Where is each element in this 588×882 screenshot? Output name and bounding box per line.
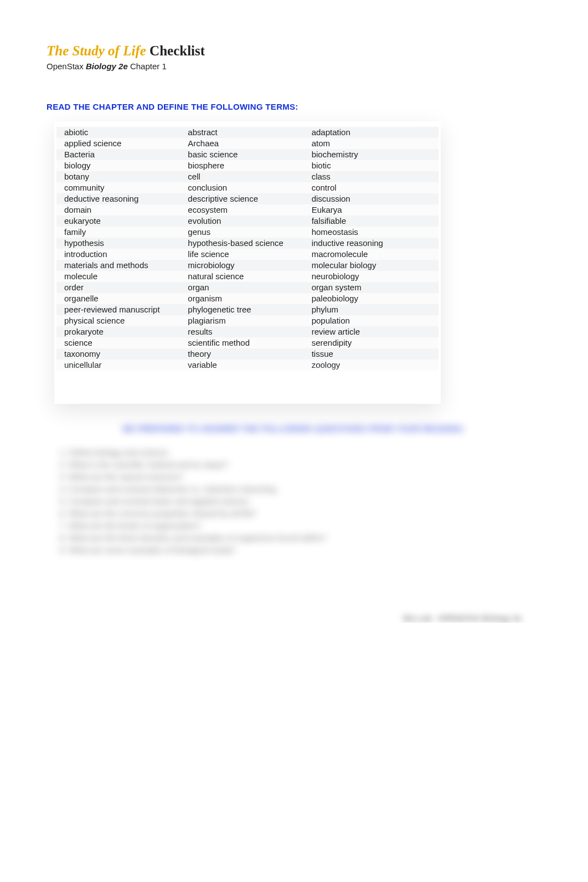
term-cell: taxonomy <box>62 348 185 360</box>
term-cell: neurobiology <box>310 271 433 282</box>
term-cell: prokaryote <box>62 326 185 337</box>
term-cell: scientific method <box>185 337 309 348</box>
question-item: Define biology and science. <box>69 447 541 459</box>
subtitle-emphasis: Biology 2e <box>86 61 128 71</box>
term-cell: class <box>310 171 433 182</box>
term-cell: domain <box>62 204 185 216</box>
terms-row: domainecosystemEukarya <box>56 204 439 216</box>
title-plain: Checklist <box>146 43 205 58</box>
section-heading-terms: READ THE CHAPTER AND DEFINE THE FOLLOWIN… <box>47 102 541 111</box>
term-cell: phylogenetic tree <box>185 304 309 315</box>
term-cell: applied science <box>62 138 185 149</box>
term-cell: paleobiology <box>310 293 433 304</box>
terms-row: taxonomytheorytissue <box>56 348 439 360</box>
term-cell: physical science <box>62 315 185 326</box>
term-cell: order <box>62 282 185 293</box>
footer-credit: Bio Lab · OPENSTAX Biology 2e <box>403 614 522 623</box>
term-cell: population <box>310 315 433 326</box>
term-cell: abstract <box>185 127 309 138</box>
term-cell: botany <box>62 171 185 182</box>
terms-row: familygenushomeostasis <box>56 227 439 238</box>
term-cell: macromolecule <box>310 249 433 260</box>
term-cell: homeostasis <box>310 227 433 238</box>
question-item: Compare and contrast basic and applied s… <box>69 495 541 507</box>
term-cell: family <box>62 227 185 238</box>
page-subtitle: OpenStax Biology 2e Chapter 1 <box>47 61 541 71</box>
term-cell: discussion <box>310 193 433 204</box>
term-cell: biotic <box>310 160 433 171</box>
term-cell: biochemistry <box>310 149 433 160</box>
terms-row: abioticabstractadaptation <box>56 127 439 138</box>
term-cell: deductive reasoning <box>62 193 185 204</box>
term-cell: hypothesis <box>62 238 185 249</box>
terms-row: Bacteriabasic sciencebiochemistry <box>56 149 439 160</box>
term-cell: zoology <box>310 360 433 371</box>
terms-row: organelleorganismpaleobiology <box>56 293 439 304</box>
question-item: What are the levels of organization? <box>69 520 541 532</box>
terms-row: unicellularvariablezoology <box>56 360 439 371</box>
document-page: The Study of Life Checklist OpenStax Bio… <box>0 0 588 623</box>
terms-row: moleculenatural scienceneurobiology <box>56 271 439 282</box>
term-cell: unicellular <box>62 360 185 371</box>
term-cell: Bacteria <box>62 149 185 160</box>
term-cell: materials and methods <box>62 260 185 271</box>
term-cell: Eukarya <box>310 204 433 216</box>
term-cell: basic science <box>185 149 309 160</box>
term-cell: phylum <box>310 304 433 315</box>
term-cell: theory <box>185 348 309 360</box>
terms-row: applied scienceArchaeaatom <box>56 138 439 149</box>
term-cell: peer-reviewed manuscript <box>62 304 185 315</box>
term-cell: review article <box>310 326 433 337</box>
terms-row: introductionlife sciencemacromolecule <box>56 249 439 260</box>
term-cell: adaptation <box>310 127 433 138</box>
terms-row: peer-reviewed manuscriptphylogenetic tre… <box>56 304 439 315</box>
terms-row: physical scienceplagiarismpopulation <box>56 315 439 326</box>
term-cell: introduction <box>62 249 185 260</box>
term-cell: conclusion <box>185 182 309 193</box>
term-cell: organelle <box>62 293 185 304</box>
term-cell: inductive reasoning <box>310 238 433 249</box>
terms-row: hypothesishypothesis-based scienceinduct… <box>56 238 439 249</box>
question-item: What are the natural sciences? <box>69 471 541 483</box>
terms-row: orderorganorgan system <box>56 282 439 293</box>
terms-row: deductive reasoningdescriptive sciencedi… <box>56 193 439 204</box>
terms-card: abioticabstractadaptationapplied science… <box>54 121 441 404</box>
term-cell: Archaea <box>185 138 309 149</box>
title-accent: The Study of Life <box>47 43 146 58</box>
term-cell: natural science <box>185 271 309 282</box>
term-cell: cell <box>185 171 309 182</box>
terms-row: biologybiospherebiotic <box>56 160 439 171</box>
term-cell: variable <box>185 360 309 371</box>
term-cell: serendipity <box>310 337 433 348</box>
term-cell: atom <box>310 138 433 149</box>
terms-row: eukaryoteevolutionfalsifiable <box>56 216 439 227</box>
term-cell: falsifiable <box>310 216 433 227</box>
term-cell: organ system <box>310 282 433 293</box>
term-cell: descriptive science <box>185 193 309 204</box>
term-cell: control <box>310 182 433 193</box>
terms-row: botanycellclass <box>56 171 439 182</box>
question-item: What are some examples of biological stu… <box>69 544 541 556</box>
term-cell: eukaryote <box>62 216 185 227</box>
terms-row: materials and methodsmicrobiologymolecul… <box>56 260 439 271</box>
term-cell: hypothesis-based science <box>185 238 309 249</box>
term-cell: science <box>62 337 185 348</box>
question-item: What is the scientific method and its st… <box>69 459 541 471</box>
subtitle-pre: OpenStax <box>47 61 86 71</box>
term-cell: biology <box>62 160 185 171</box>
term-cell: biosphere <box>185 160 309 171</box>
term-cell: ecosystem <box>185 204 309 216</box>
term-cell: results <box>185 326 309 337</box>
question-item: What are the common properties shared by… <box>69 507 541 520</box>
page-title: The Study of Life Checklist <box>47 43 541 59</box>
term-cell: plagiarism <box>185 315 309 326</box>
terms-row: sciencescientific methodserendipity <box>56 337 439 348</box>
term-cell: microbiology <box>185 260 309 271</box>
terms-row: prokaryoteresultsreview article <box>56 326 439 337</box>
section-heading-questions: BE PREPARED TO ANSWER THE FOLLOWING QUES… <box>47 424 541 433</box>
blurred-preview: BE PREPARED TO ANSWER THE FOLLOWING QUES… <box>47 424 541 556</box>
term-cell: molecular biology <box>310 260 433 271</box>
term-cell: tissue <box>310 348 433 360</box>
question-item: What are the three domains and examples … <box>69 532 541 544</box>
term-cell: molecule <box>62 271 185 282</box>
